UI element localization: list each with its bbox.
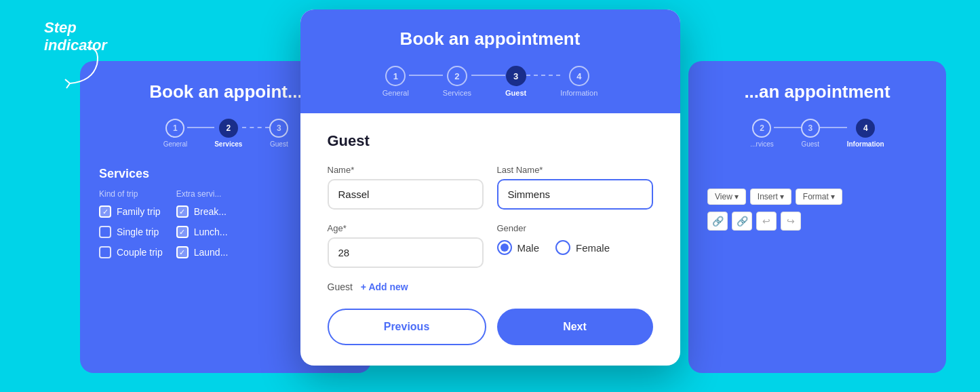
name-input[interactable] [328, 179, 484, 210]
step-line-r34 [820, 127, 847, 128]
extra-lunch[interactable]: ✓ Lunch... [176, 226, 229, 238]
step-label-r4: Information [847, 140, 884, 148]
gender-label: Gender [497, 223, 653, 233]
modal-body: Guest Name* Last Name* Age* Gender [300, 113, 680, 366]
checkmark-laund: ✓ [179, 248, 185, 257]
age-input[interactable] [328, 237, 484, 268]
toolbar-unlink-icon[interactable]: 🔗 [732, 212, 752, 231]
modal-step-1: 1 General [383, 66, 409, 97]
guest-label: Guest [328, 281, 353, 292]
extra-services-label: Extra servi... [176, 189, 229, 199]
add-new-link[interactable]: + Add new [361, 281, 408, 292]
age-gender-row: Age* Gender Male Female [328, 223, 653, 268]
step-circle-r3: 3 [801, 119, 820, 138]
checkbox-family[interactable]: ✓ [99, 205, 111, 218]
step-line-1-2 [187, 127, 214, 128]
modal-line-1-2 [409, 75, 443, 76]
booking-modal: Book an appointment 1 General 2 Services… [300, 9, 680, 366]
checkbox-lunch[interactable]: ✓ [176, 226, 189, 238]
card-right: ...an appointment 2 ...rvices 3 Guest 4 … [688, 61, 946, 373]
radio-male-inner [501, 243, 509, 252]
step-item-2: 2 Services [214, 119, 242, 148]
radio-male[interactable]: Male [497, 240, 540, 255]
kind-of-trip-col: Kind of trip ✓ Family trip Single trip C… [99, 189, 163, 267]
extra-break[interactable]: ✓ Break... [176, 205, 229, 218]
toolbar-format-chevron: ▾ [831, 192, 835, 201]
trip-family-label: Family trip [117, 206, 161, 217]
step-label-1: General [163, 140, 188, 148]
gender-radio-row: Male Female [497, 240, 653, 255]
trip-single[interactable]: Single trip [99, 226, 163, 238]
modal-step-label-4: Information [560, 89, 597, 97]
toolbar-link-icon[interactable]: 🔗 [707, 212, 728, 231]
toolbar-undo-icon[interactable]: ↩ [756, 212, 777, 231]
extra-break-label: Break... [194, 206, 227, 217]
modal-step-circle-2: 2 [447, 66, 467, 86]
extra-laund-label: Laund... [194, 247, 229, 258]
toolbar-format-label: Format [803, 192, 829, 201]
step-circle-r4: 4 [856, 119, 875, 138]
modal-step-4: 4 Information [560, 66, 597, 97]
step-label-3: Guest [270, 140, 288, 148]
step-label-2: Services [214, 140, 242, 148]
name-group: Name* [328, 165, 484, 210]
checkbox-single[interactable] [99, 226, 111, 238]
trip-couple[interactable]: Couple trip [99, 246, 163, 258]
annotation-arrow [33, 37, 114, 92]
toolbar-insert-btn[interactable]: Insert ▾ [750, 189, 791, 205]
gender-group: Gender Male Female [497, 223, 653, 268]
radio-female-label: Female [576, 242, 610, 254]
right-toolbar: View ▾ Insert ▾ Format ▾ [707, 189, 927, 205]
age-label: Age* [328, 223, 484, 233]
step-item-1: 1 General [163, 119, 188, 148]
name-row: Name* Last Name* [328, 165, 653, 210]
last-name-label: Last Name* [497, 165, 653, 175]
modal-step-circle-4: 4 [569, 66, 589, 86]
toolbar-view-label: View [715, 192, 732, 201]
toolbar-icons-row: 🔗 🔗 ↩ ↪ [707, 212, 927, 231]
checkbox-couple[interactable] [99, 246, 111, 258]
toolbar-redo-icon[interactable]: ↪ [781, 212, 801, 231]
toolbar-view-chevron: ▾ [734, 192, 739, 201]
modal-step-circle-3: 3 [506, 66, 526, 86]
modal-step-label-3: Guest [505, 89, 526, 97]
name-label: Name* [328, 165, 484, 175]
last-name-group: Last Name* [497, 165, 653, 210]
last-name-input[interactable] [497, 179, 653, 210]
checkbox-laund[interactable]: ✓ [176, 246, 189, 258]
step-circle-1: 1 [165, 119, 184, 138]
step-circle-r2: 2 [752, 119, 771, 138]
age-group: Age* [328, 223, 484, 268]
button-row: Previous Next [328, 309, 653, 345]
guest-heading: Guest [328, 132, 653, 150]
step-item-r4: 4 Information [847, 119, 884, 148]
modal-step-bar: 1 General 2 Services 3 Guest 4 Informati… [328, 66, 653, 113]
checkmark-family: ✓ [102, 208, 109, 216]
age-input-wrap [328, 237, 484, 268]
modal-line-3-4 [526, 75, 560, 76]
guest-add-row: Guest + Add new [328, 281, 653, 292]
step-item-r2: 2 ...rvices [750, 119, 773, 148]
modal-title: Book an appointment [328, 28, 653, 50]
step-circle-2: 2 [219, 119, 238, 138]
step-line-r23 [774, 127, 801, 128]
extra-services-col: Extra servi... ✓ Break... ✓ Lunch... ✓ L… [176, 189, 229, 267]
toolbar-view-btn[interactable]: View ▾ [707, 189, 746, 205]
kind-of-trip-label: Kind of trip [99, 189, 163, 199]
trip-family[interactable]: ✓ Family trip [99, 205, 163, 218]
step-label-r2: ...rvices [750, 140, 773, 148]
checkmark-break: ✓ [179, 208, 185, 216]
extra-lunch-label: Lunch... [194, 227, 228, 237]
checkbox-break[interactable]: ✓ [176, 205, 189, 218]
extra-laund[interactable]: ✓ Laund... [176, 246, 229, 258]
toolbar-format-btn[interactable]: Format ▾ [796, 189, 842, 205]
previous-button[interactable]: Previous [328, 309, 486, 345]
toolbar-insert-label: Insert [758, 192, 778, 201]
trip-couple-label: Couple trip [117, 247, 163, 258]
radio-female[interactable]: Female [555, 240, 610, 255]
card-right-title: ...an appointment [707, 81, 927, 102]
radio-male-circle [497, 240, 512, 255]
step-label-r3: Guest [801, 140, 819, 148]
next-button[interactable]: Next [497, 309, 653, 345]
radio-male-label: Male [517, 242, 540, 254]
